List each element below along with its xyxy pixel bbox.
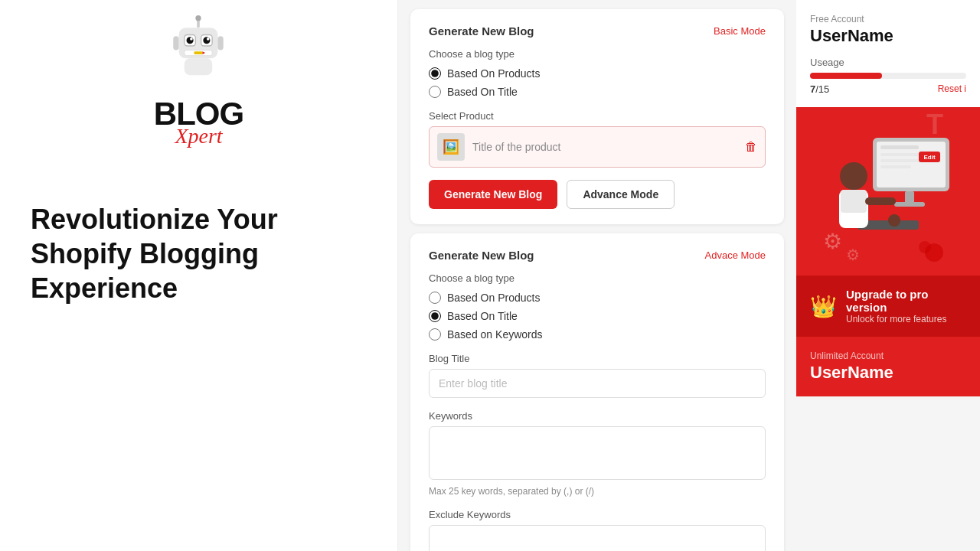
card-advance: Generate New Blog Advace Mode Choose a b…	[410, 233, 784, 551]
svg-rect-13	[218, 36, 224, 50]
svg-point-5	[187, 37, 194, 44]
svg-rect-24	[894, 202, 925, 207]
exclude-keywords-input[interactable]	[429, 525, 766, 551]
main-content: Generate New Blog Basic Mode Choose a bl…	[398, 0, 796, 551]
radio-products-label: Based On Products	[447, 67, 540, 80]
svg-point-30	[888, 214, 900, 227]
illustration-svg: Edit ⚙ ⚙ T	[812, 107, 965, 276]
radio2-title[interactable]: Based On Title	[429, 310, 766, 322]
svg-text:⚙: ⚙	[823, 230, 842, 253]
card1-btn-row: Generate New Blog Advance Mode	[429, 180, 766, 209]
delete-product-icon[interactable]: 🗑	[745, 140, 757, 154]
card2-radio-group: Based On Products Based On Title Based o…	[429, 292, 766, 341]
usage-current: 7	[810, 83, 815, 95]
usage-bar-bg	[810, 73, 966, 79]
svg-text:Edit: Edit	[923, 154, 935, 161]
keywords-input[interactable]	[429, 426, 766, 480]
radio2-keywords-label: Based on Keywords	[447, 328, 543, 341]
right-panel: Free Account UserName Useage 7/15 Reset …	[796, 0, 980, 551]
upgrade-title: Upgrade to pro version	[846, 288, 966, 314]
logo-area: BLOG Xpert	[154, 15, 243, 148]
svg-point-35	[919, 241, 931, 253]
sidebar: BLOG Xpert Revolutionize Your Shopify Bl…	[0, 0, 398, 551]
unlimited-user-name: UserName	[810, 363, 966, 383]
svg-rect-23	[905, 191, 914, 204]
svg-rect-10	[194, 51, 203, 54]
card-basic-header: Generate New Blog Basic Mode	[429, 24, 766, 37]
select-product-label: Select Product	[429, 110, 766, 122]
svg-point-6	[204, 37, 211, 44]
advace-mode-link[interactable]: Advace Mode	[705, 249, 766, 261]
usage-bar-fill	[810, 73, 882, 79]
svg-point-1	[196, 15, 201, 21]
upgrade-text-block: Upgrade to pro version Unlock for more f…	[846, 288, 966, 324]
card-advance-title: Generate New Blog	[429, 249, 534, 262]
radio2-products[interactable]: Based On Products	[429, 292, 766, 304]
radio-title-label: Based On Title	[447, 86, 518, 98]
card-basic-title: Generate New Blog	[429, 24, 534, 37]
hero-text: Revolutionize Your Shopify Blogging Expe…	[31, 202, 367, 305]
svg-rect-28	[841, 190, 867, 213]
reset-link[interactable]: Reset i	[938, 83, 966, 95]
keywords-label: Keywords	[429, 410, 766, 422]
usage-count: 7/15	[810, 83, 829, 95]
unlimited-card: Unlimited Account UserName	[796, 337, 980, 396]
brand-script: Xpert	[175, 124, 222, 148]
upgrade-card[interactable]: 👑 Upgrade to pro version Unlock for more…	[796, 276, 980, 337]
radio2-title-label: Based On Title	[447, 310, 518, 322]
product-title-text: Title of the product	[472, 141, 737, 153]
blog-title-input[interactable]	[429, 369, 766, 398]
svg-point-7	[191, 37, 194, 41]
usage-label: Useage	[810, 57, 966, 68]
svg-text:⚙: ⚙	[846, 246, 860, 263]
free-account-label: Free Account	[810, 14, 966, 24]
product-thumbnail: 🖼️	[437, 133, 465, 161]
card-advance-header: Generate New Blog Advace Mode	[429, 249, 766, 262]
svg-rect-29	[865, 197, 896, 205]
robot-logo	[160, 15, 237, 92]
card-basic: Generate New Blog Basic Mode Choose a bl…	[410, 9, 784, 224]
svg-rect-20	[880, 165, 911, 168]
card2-section-label: Choose a blog type	[429, 272, 766, 284]
svg-point-8	[207, 37, 210, 41]
usage-count-row: 7/15 Reset i	[810, 83, 966, 104]
svg-text:T: T	[926, 109, 943, 140]
card1-section-label: Choose a blog type	[429, 48, 766, 60]
svg-point-26	[840, 162, 867, 190]
upgrade-subtitle: Unlock for more features	[846, 314, 966, 324]
radio2-keywords[interactable]: Based on Keywords	[429, 328, 766, 341]
exclude-keywords-label: Exclude Keywords	[429, 509, 766, 520]
usage-total: 15	[818, 83, 829, 95]
user-card: Free Account UserName Useage 7/15 Reset …	[796, 0, 980, 107]
generate-blog-button[interactable]: Generate New Blog	[429, 180, 557, 209]
radio2-products-label: Based On Products	[447, 292, 540, 304]
radio-based-on-products[interactable]: Based On Products	[429, 67, 766, 80]
free-user-name: UserName	[810, 26, 966, 46]
product-select-box[interactable]: 🖼️ Title of the product 🗑	[429, 126, 766, 168]
basic-mode-link[interactable]: Basic Mode	[714, 25, 766, 37]
svg-rect-12	[174, 36, 179, 50]
card1-radio-group: Based On Products Based On Title	[429, 67, 766, 98]
svg-rect-17	[880, 145, 919, 149]
illustration-area: Edit ⚙ ⚙ T	[796, 107, 980, 276]
crown-icon: 👑	[810, 294, 837, 319]
blog-title-label: Blog Title	[429, 353, 766, 364]
keywords-hint: Max 25 key words, separated by (,) or (/…	[429, 486, 766, 497]
svg-rect-14	[185, 58, 212, 75]
advance-mode-button[interactable]: Advance Mode	[567, 180, 675, 209]
unlimited-account-label: Unlimited Account	[810, 350, 966, 361]
radio-based-on-title[interactable]: Based On Title	[429, 86, 766, 98]
